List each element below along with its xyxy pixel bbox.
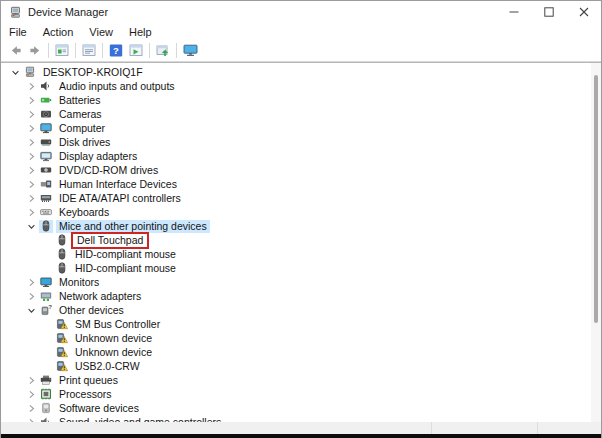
tree-item-ide-ata-atapi-controllers[interactable]: IDE ATA/ATAPI controllers (1, 191, 601, 205)
show-console-tree-icon[interactable] (53, 42, 71, 60)
tree-item-network-adapters[interactable]: Network adapters (1, 289, 601, 303)
tree-item-label: Cameras (56, 108, 105, 121)
tree-item-print-queues[interactable]: Print queues (1, 373, 601, 387)
warning-device-icon (55, 346, 69, 359)
tree-item-audio-inputs-and-outputs[interactable]: Audio inputs and outputs (1, 79, 601, 93)
tree-item-batteries[interactable]: Batteries (1, 93, 601, 107)
scan-hardware-changes-icon[interactable] (154, 42, 172, 60)
menu-file[interactable]: File (1, 26, 35, 38)
properties-icon[interactable] (80, 42, 98, 60)
tree-item-software-devices[interactable]: Software devices (1, 401, 601, 415)
tree-item-hid-compliant-mouse[interactable]: HID-compliant mouse (1, 247, 601, 261)
tree-item-label: Sound, video and game controllers (56, 416, 224, 423)
vertical-scrollbar[interactable] (591, 63, 601, 422)
toolbar-separator (102, 43, 103, 58)
software-device-icon (39, 402, 53, 415)
menu-action[interactable]: Action (35, 26, 82, 38)
toolbar-separator (149, 43, 150, 58)
hid-icon (39, 178, 53, 191)
sliver-segment (432, 422, 538, 434)
tree-item-label: USB2.0-CRW (72, 360, 143, 373)
title-bar: Device Manager (1, 1, 601, 23)
tree-item-label: Computer (56, 122, 108, 135)
tree-item-monitors[interactable]: Monitors (1, 275, 601, 289)
chevron-right-icon[interactable] (23, 276, 39, 288)
minimize-button[interactable] (496, 1, 531, 23)
chevron-down-icon[interactable] (23, 220, 39, 232)
chevron-right-icon[interactable] (23, 108, 39, 120)
forward-icon[interactable] (26, 42, 44, 60)
chevron-down-icon[interactable] (7, 66, 23, 78)
computer-icon (23, 66, 37, 79)
display-adapter-icon (39, 150, 53, 163)
tree-item-label: Software devices (56, 402, 142, 415)
dvd-icon (39, 164, 53, 177)
chevron-right-icon[interactable] (23, 122, 39, 134)
audio-icon (39, 80, 53, 93)
tree-item-unknown-device[interactable]: Unknown device (1, 331, 601, 345)
tree-item-other-devices[interactable]: ?Other devices (1, 303, 601, 317)
chevron-right-icon[interactable] (23, 388, 39, 400)
help-icon[interactable]: ? (107, 42, 125, 60)
computer-monitor-icon (39, 122, 53, 135)
export-list-icon[interactable] (127, 42, 145, 60)
tree-item-label: Processors (56, 388, 115, 401)
close-button[interactable] (566, 1, 601, 23)
chevron-right-icon[interactable] (23, 164, 39, 176)
back-icon[interactable] (6, 42, 24, 60)
chevron-right-icon[interactable] (23, 192, 39, 204)
tree-item-label: Unknown device (72, 346, 155, 359)
chevron-right-icon[interactable] (23, 94, 39, 106)
tree-item-human-interface-devices[interactable]: Human Interface Devices (1, 177, 601, 191)
tree-item-keyboards[interactable]: Keyboards (1, 205, 601, 219)
tree-item-computer[interactable]: Computer (1, 121, 601, 135)
chevron-right-icon[interactable] (23, 80, 39, 92)
chevron-right-icon[interactable] (23, 416, 39, 422)
tree-item-hid-compliant-mouse[interactable]: HID-compliant mouse (1, 261, 601, 275)
menu-help[interactable]: Help (121, 26, 160, 38)
tree-item-sound-video-and-game-controllers[interactable]: Sound, video and game controllers (1, 415, 601, 422)
tree-item-label: DESKTOP-KROIQ1F (40, 66, 146, 79)
svg-text:?: ? (48, 304, 52, 310)
screenshot-bottom-border (1, 434, 601, 438)
toolbar-separator (48, 43, 49, 58)
tree-item-disk-drives[interactable]: Disk drives (1, 135, 601, 149)
tree-item-cameras[interactable]: Cameras (1, 107, 601, 121)
tree-item-label: Human Interface Devices (56, 178, 180, 191)
chevron-right-icon[interactable] (23, 136, 39, 148)
taskbar-sliver (1, 422, 601, 434)
toolbar: ? (1, 40, 601, 61)
tree-item-label: IDE ATA/ATAPI controllers (56, 192, 184, 205)
chevron-right-icon[interactable] (23, 150, 39, 162)
camera-icon (39, 108, 53, 121)
chevron-right-icon[interactable] (23, 206, 39, 218)
tree-item-label: DVD/CD-ROM drives (56, 164, 161, 177)
tree-item-desktop-kroiq1f[interactable]: DESKTOP-KROIQ1F (1, 65, 601, 79)
toolbar-separator (75, 43, 76, 58)
sliver-segment (1, 422, 432, 434)
devices-monitor-icon[interactable] (181, 42, 199, 60)
warning-device-icon (55, 318, 69, 331)
tree-item-usb2-0-crw[interactable]: USB2.0-CRW (1, 359, 601, 373)
scrollbar-thumb[interactable] (594, 75, 598, 323)
chevron-down-icon[interactable] (23, 304, 39, 316)
chevron-right-icon[interactable] (23, 402, 39, 414)
warning-device-icon (55, 332, 69, 345)
window-title: Device Manager (28, 6, 108, 18)
tree-item-unknown-device[interactable]: Unknown device (1, 345, 601, 359)
chevron-right-icon[interactable] (23, 374, 39, 386)
tree-item-dvd-cd-rom-drives[interactable]: DVD/CD-ROM drives (1, 163, 601, 177)
disk-icon (39, 136, 53, 149)
network-adapter-icon (39, 290, 53, 303)
chevron-right-icon[interactable] (23, 178, 39, 190)
chevron-right-icon[interactable] (23, 290, 39, 302)
tree-item-dell-touchpad[interactable]: Dell Touchpad (1, 233, 601, 247)
tree-item-label: Dell Touchpad (71, 232, 149, 249)
tree-item-sm-bus-controller[interactable]: SM Bus Controller (1, 317, 601, 331)
maximize-button[interactable] (531, 1, 566, 23)
mouse-icon (55, 234, 69, 247)
tree-item-processors[interactable]: Processors (1, 387, 601, 401)
tree-item-display-adapters[interactable]: Display adapters (1, 149, 601, 163)
menu-view[interactable]: View (81, 26, 121, 38)
tree-item-label: HID-compliant mouse (72, 262, 179, 275)
